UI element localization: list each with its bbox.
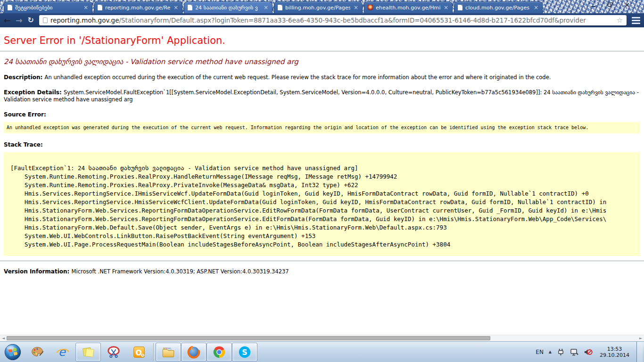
svg-text:S: S xyxy=(242,348,247,357)
tab-stationary-form-active[interactable]: 24 საათიანი დახურვის ვ × xyxy=(184,1,272,13)
window-minimize-button[interactable] xyxy=(588,1,598,8)
firefox-icon xyxy=(187,345,201,359)
paint-icon xyxy=(30,345,44,359)
taskbar-clock[interactable]: 13:53 29.10.2014 xyxy=(600,346,629,358)
reload-button[interactable]: ↻ xyxy=(28,16,34,24)
snipping-tool-icon xyxy=(107,345,121,359)
tab-reporting[interactable]: reporting.moh.gov.ge/Rep × xyxy=(94,1,182,13)
page-favicon-icon xyxy=(278,5,282,10)
tab-cloud[interactable]: cloud.moh.gov.ge/Pages × xyxy=(454,1,543,13)
description-label: Description: xyxy=(4,74,45,81)
stack-trace-heading: Stack Trace: xyxy=(4,141,640,148)
taskbar-chrome-button[interactable] xyxy=(206,343,232,362)
version-text: Microsoft .NET Framework Version:4.0.303… xyxy=(72,268,289,275)
taskbar-skype-button[interactable]: S xyxy=(232,343,257,362)
exception-label: Exception Details: xyxy=(4,89,64,96)
windows-taskbar: e O xyxy=(0,341,644,362)
windows-explorer-folder-icon xyxy=(161,345,175,359)
chrome-menu-icon[interactable] xyxy=(632,17,640,24)
divider xyxy=(0,261,644,261)
stack-trace-text: [FaultException`1: 24 საათიანი დახურვის … xyxy=(10,164,640,249)
tab-close-icon[interactable]: × xyxy=(353,5,359,10)
divider xyxy=(0,51,644,51)
error-title: Server Error in '/StationaryForm' Applic… xyxy=(4,35,640,46)
taskbar-outlook-button[interactable]: O xyxy=(126,343,152,362)
tab-close-icon[interactable]: × xyxy=(173,5,179,10)
scroll-left-arrow-icon[interactable]: ◄ xyxy=(0,335,7,341)
tab-title: შეტყობინებები xyxy=(15,5,80,11)
time-text: 13:53 xyxy=(600,346,629,352)
outlook-icon: O xyxy=(132,345,146,359)
taskbar-firefox-button[interactable] xyxy=(181,343,206,362)
show-desktop-button[interactable] xyxy=(636,342,643,362)
tab-messages[interactable]: შეტყობინებები × xyxy=(4,1,92,13)
source-error-box: An unhandled exception was generated dur… xyxy=(4,122,640,133)
description-paragraph: Description: An unhandled exception occu… xyxy=(4,74,640,81)
tab-close-icon[interactable]: × xyxy=(533,5,539,10)
url-text[interactable]: reporting.moh.gov.ge/Stationaryform/Defa… xyxy=(50,16,614,24)
taskbar-snipping-tool-button[interactable] xyxy=(101,343,126,362)
tab-ehealth[interactable]: ehealth.moh.gov.ge/Hmis × xyxy=(364,1,453,13)
skype-icon: S xyxy=(238,345,252,359)
tab-title: billing.moh.gov.ge/Pages xyxy=(285,5,350,11)
version-info: Version Information: Microsoft .NET Fram… xyxy=(4,268,640,275)
scroll-right-arrow-icon[interactable]: ► xyxy=(637,335,644,341)
start-button[interactable] xyxy=(1,342,25,362)
taskbar-sticky-notes-button[interactable] xyxy=(75,343,101,362)
page-favicon-icon xyxy=(188,5,192,10)
error-subtitle: 24 საათიანი დახურვის ვალიდაცია - Validat… xyxy=(4,58,640,66)
back-button[interactable]: ← xyxy=(4,16,10,25)
power-plug-icon[interactable] xyxy=(557,348,565,356)
system-tray: EN ▲ xyxy=(536,342,644,362)
description-text: An unhandled exception occurred during t… xyxy=(45,74,551,81)
taskbar-internet-explorer-button[interactable]: e xyxy=(50,343,75,362)
georgia-emblem-icon xyxy=(368,5,373,10)
volume-muted-icon[interactable] xyxy=(584,348,593,356)
browser-tab-strip: შეტყობინებები × reporting.moh.gov.ge/Rep… xyxy=(0,0,644,13)
taskbar-windows-explorer-button[interactable] xyxy=(156,343,181,362)
page-icon xyxy=(43,17,48,23)
tab-title: ehealth.moh.gov.ge/Hmis xyxy=(376,5,440,11)
exception-paragraph: Exception Details: System.ServiceModel.F… xyxy=(4,89,640,103)
horizontal-scrollbar[interactable]: ◄ ► xyxy=(0,335,644,341)
show-hidden-icons-chevron[interactable]: ▲ xyxy=(549,350,552,354)
exception-text: System.ServiceModel.FaultException`1[[Sy… xyxy=(4,89,639,103)
tab-title: cloud.moh.gov.ge/Pages xyxy=(465,5,530,11)
stack-trace-box: [FaultException`1: 24 საათიანი დახურვის … xyxy=(4,152,640,256)
page-favicon-icon xyxy=(8,5,12,10)
browser-tabs: შეტყობინებები × reporting.moh.gov.ge/Rep… xyxy=(4,1,544,13)
page-favicon-icon xyxy=(98,5,102,10)
window-controls: × xyxy=(588,1,632,8)
windows-start-icon xyxy=(4,343,22,361)
tab-title: 24 საათიანი დახურვის ვ xyxy=(195,5,260,11)
tab-close-icon[interactable]: × xyxy=(83,5,89,10)
desktop-screen: შეტყობინებები × reporting.moh.gov.ge/Rep… xyxy=(0,0,644,362)
taskbar-divider xyxy=(153,343,154,361)
svg-text:e: e xyxy=(58,345,66,359)
taskbar-paint-button[interactable] xyxy=(25,343,50,362)
tab-close-icon[interactable]: × xyxy=(263,5,269,10)
date-text: 29.10.2014 xyxy=(600,352,629,358)
page-favicon-icon xyxy=(458,5,462,10)
forward-button[interactable]: → xyxy=(16,16,22,25)
scrollbar-thumb[interactable] xyxy=(7,336,490,340)
tab-close-icon[interactable]: × xyxy=(443,5,449,10)
tab-billing[interactable]: billing.moh.gov.ge/Pages × xyxy=(274,1,363,13)
version-label: Version Information: xyxy=(4,268,72,275)
bookmark-star-icon[interactable]: ☆ xyxy=(617,16,623,25)
internet-explorer-icon: e xyxy=(56,345,70,359)
address-bar[interactable]: reporting.moh.gov.ge/Stationaryform/Defa… xyxy=(39,15,627,25)
window-close-button[interactable]: × xyxy=(622,1,632,8)
chrome-icon xyxy=(212,345,226,359)
language-indicator[interactable]: EN xyxy=(536,349,544,355)
network-icon[interactable] xyxy=(570,348,578,356)
url-domain: reporting.moh.gov.ge xyxy=(50,16,119,24)
tab-title: reporting.moh.gov.ge/Rep xyxy=(105,5,170,11)
url-path-query: /Stationaryform/Default.aspx?loginToken=… xyxy=(119,16,586,24)
window-restore-button[interactable] xyxy=(605,1,615,8)
browser-toolbar: ← → ↻ reporting.moh.gov.ge/Stationaryfor… xyxy=(0,13,644,27)
sticky-notes-icon xyxy=(81,345,95,359)
error-page: Server Error in '/StationaryForm' Applic… xyxy=(0,27,644,335)
source-error-heading: Source Error: xyxy=(4,111,640,118)
